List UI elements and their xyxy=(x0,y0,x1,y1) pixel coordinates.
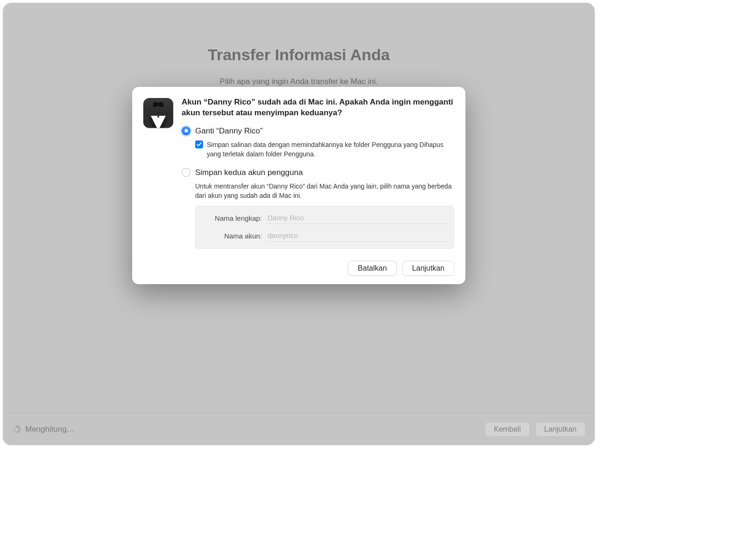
option-keep-both[interactable]: Simpan kedua akun pengguna xyxy=(182,168,454,178)
option-replace-label: Ganti “Danny Rico” xyxy=(195,126,263,136)
setup-assistant-window: Transfer Informasi Anda Pilih apa yang i… xyxy=(3,3,595,445)
radio-replace[interactable] xyxy=(182,126,190,135)
dialog-heading: Akun “Danny Rico” sudah ada di Mac ini. … xyxy=(182,97,454,119)
footer-bar: Menghitung… Kembali Lanjutkan xyxy=(3,413,595,445)
full-name-field[interactable] xyxy=(267,212,447,224)
full-name-label: Nama lengkap: xyxy=(202,214,262,222)
account-name-label: Nama akun: xyxy=(202,232,262,240)
page-subtitle: Pilih apa yang ingin Anda transfer ke Ma… xyxy=(3,77,595,86)
account-name-field[interactable] xyxy=(267,230,447,242)
checkbox-save-copy[interactable] xyxy=(195,140,203,148)
continue-button[interactable]: Lanjutkan xyxy=(402,261,454,276)
back-button[interactable]: Kembali xyxy=(485,422,530,437)
footer-status: Menghitung… xyxy=(25,425,75,434)
footer-continue-button[interactable]: Lanjutkan xyxy=(536,422,585,437)
rename-fields: Nama lengkap: Nama akun: xyxy=(195,206,454,249)
radio-keep-both[interactable] xyxy=(182,168,190,177)
spinner-icon xyxy=(12,425,21,434)
save-copy-label: Simpan salinan data dengan memindahkanny… xyxy=(207,140,454,159)
option-replace[interactable]: Ganti “Danny Rico” xyxy=(182,126,454,136)
account-conflict-dialog: Akun “Danny Rico” sudah ada di Mac ini. … xyxy=(132,87,465,284)
keep-both-description: Untuk mentransfer akun “Danny Rico” dari… xyxy=(195,182,454,201)
cancel-button[interactable]: Batalkan xyxy=(348,261,396,276)
option-keep-both-label: Simpan kedua akun pengguna xyxy=(195,168,303,178)
tuxedo-icon xyxy=(143,98,173,128)
save-copy-row[interactable]: Simpan salinan data dengan memindahkanny… xyxy=(195,140,454,159)
page-title: Transfer Informasi Anda xyxy=(3,3,595,64)
